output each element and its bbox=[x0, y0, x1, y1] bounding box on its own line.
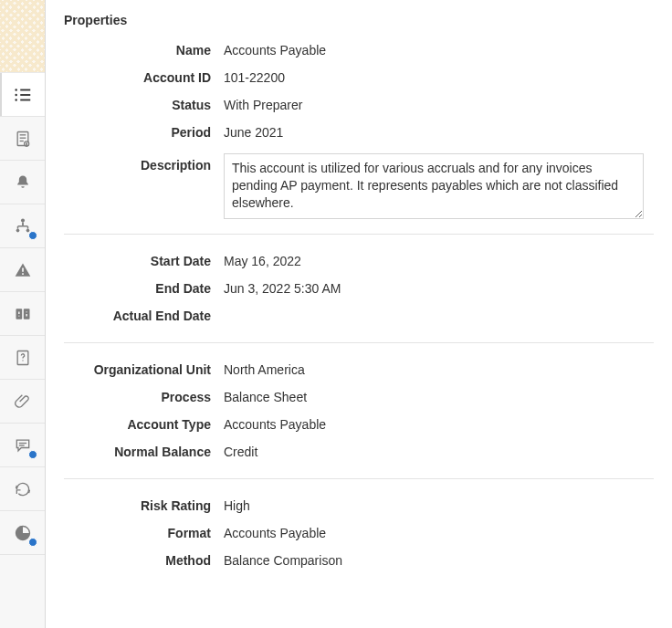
field-label: Normal Balance bbox=[64, 440, 224, 464]
field-name: Name Accounts Payable bbox=[64, 37, 654, 64]
field-label: Format bbox=[64, 521, 224, 545]
clock-badge-icon bbox=[28, 538, 37, 547]
attributes-icon bbox=[14, 305, 32, 323]
field-value: June 2021 bbox=[224, 120, 654, 144]
question-doc-icon bbox=[14, 349, 32, 367]
field-value: Jun 3, 2022 5:30 AM bbox=[224, 277, 654, 300]
svg-rect-13 bbox=[22, 222, 24, 225]
field-method: Method Balance Comparison bbox=[64, 547, 654, 574]
svg-point-15 bbox=[16, 228, 19, 232]
field-label: Risk Rating bbox=[64, 494, 224, 518]
history-icon bbox=[14, 480, 32, 498]
svg-point-12 bbox=[20, 218, 24, 222]
field-label: Organizational Unit bbox=[64, 358, 224, 382]
refresh-badge-icon bbox=[28, 231, 37, 240]
field-actual-end-date: Actual End Date bbox=[64, 302, 654, 330]
field-label: Account ID bbox=[64, 66, 224, 89]
field-label: Period bbox=[64, 120, 224, 144]
field-value: High bbox=[224, 494, 654, 518]
field-status: Status With Preparer bbox=[64, 91, 654, 119]
bell-icon bbox=[14, 173, 32, 192]
field-process: Process Balance Sheet bbox=[64, 383, 654, 411]
field-label: Actual End Date bbox=[64, 304, 224, 328]
field-description: Description bbox=[64, 152, 654, 221]
field-end-date: End Date Jun 3, 2022 5:30 AM bbox=[64, 275, 654, 302]
field-value: North America bbox=[224, 358, 654, 382]
nav-attachments[interactable] bbox=[0, 380, 45, 424]
field-label: Start Date bbox=[64, 249, 224, 273]
panel-title: Properties bbox=[64, 13, 654, 27]
svg-rect-17 bbox=[16, 226, 17, 229]
field-label: Method bbox=[64, 549, 224, 572]
nav-prior[interactable] bbox=[0, 511, 45, 555]
paperclip-icon bbox=[14, 392, 32, 411]
divider bbox=[64, 478, 654, 479]
field-label: Name bbox=[64, 38, 224, 62]
field-start-date: Start Date May 16, 2022 bbox=[64, 247, 654, 275]
nav-alerts[interactable] bbox=[0, 161, 45, 204]
field-account-id: Account ID 101-22200 bbox=[64, 64, 654, 91]
description-textarea[interactable] bbox=[224, 153, 644, 219]
document-info-icon: i bbox=[14, 130, 32, 148]
nav-properties[interactable] bbox=[0, 73, 45, 117]
list-icon bbox=[13, 85, 33, 105]
field-value: Accounts Payable bbox=[224, 521, 654, 545]
divider bbox=[64, 342, 654, 343]
comment-badge-icon bbox=[28, 450, 37, 459]
nav-questions[interactable] bbox=[0, 336, 45, 380]
nav-attributes[interactable] bbox=[0, 292, 45, 336]
field-format: Format Accounts Payable bbox=[64, 519, 654, 547]
field-period: Period June 2021 bbox=[64, 119, 654, 146]
nav-workflow[interactable] bbox=[0, 204, 45, 248]
sidebar: i bbox=[0, 0, 46, 628]
field-value: 101-22200 bbox=[224, 66, 654, 89]
field-value: Accounts Payable bbox=[224, 38, 654, 62]
field-risk-rating: Risk Rating High bbox=[64, 492, 654, 519]
svg-point-2 bbox=[15, 99, 16, 100]
svg-point-16 bbox=[26, 228, 29, 232]
field-value: Credit bbox=[224, 440, 654, 464]
svg-rect-18 bbox=[26, 226, 27, 229]
field-label: Status bbox=[64, 93, 224, 117]
svg-rect-14 bbox=[17, 225, 27, 226]
svg-point-1 bbox=[15, 93, 16, 95]
field-value: May 16, 2022 bbox=[224, 249, 654, 273]
app-root: i bbox=[0, 0, 672, 628]
nav-history[interactable] bbox=[0, 467, 45, 511]
field-label: Process bbox=[64, 385, 224, 409]
brand-tile bbox=[0, 0, 45, 73]
field-org-unit: Organizational Unit North America bbox=[64, 356, 654, 383]
field-label: Account Type bbox=[64, 413, 224, 436]
nav-warnings[interactable] bbox=[0, 248, 45, 292]
svg-point-22 bbox=[22, 360, 23, 361]
nav-instructions[interactable]: i bbox=[0, 117, 45, 161]
field-value: Accounts Payable bbox=[224, 413, 654, 436]
svg-point-0 bbox=[15, 89, 16, 90]
field-value: Balance Sheet bbox=[224, 385, 654, 409]
field-value: With Preparer bbox=[224, 93, 654, 117]
field-value: Balance Comparison bbox=[224, 549, 654, 572]
field-normal-balance: Normal Balance Credit bbox=[64, 438, 654, 466]
nav-comments[interactable] bbox=[0, 424, 45, 467]
warning-icon bbox=[14, 261, 32, 279]
field-account-type: Account Type Accounts Payable bbox=[64, 411, 654, 438]
properties-panel: Properties Name Accounts Payable Account… bbox=[46, 0, 672, 628]
field-label: End Date bbox=[64, 277, 224, 300]
divider bbox=[64, 234, 654, 235]
side-nav: i bbox=[0, 73, 45, 555]
svg-text:i: i bbox=[26, 141, 26, 146]
field-label: Description bbox=[64, 153, 224, 177]
